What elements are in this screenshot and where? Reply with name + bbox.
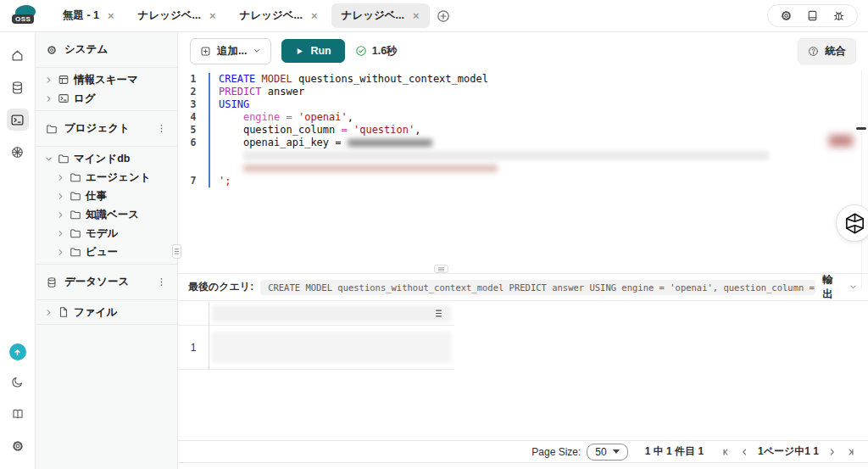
- settings-icon[interactable]: [780, 9, 793, 22]
- book-icon[interactable]: [806, 9, 819, 22]
- line-number: [178, 162, 209, 175]
- integrations-button[interactable]: 統合: [798, 38, 856, 64]
- editor-line: 2PREDICT answer: [178, 86, 868, 98]
- sidebar-header-label: システム: [64, 42, 108, 57]
- sidebar-item[interactable]: ログ: [36, 89, 177, 108]
- chevron-right-icon[interactable]: [56, 248, 65, 257]
- tab-active[interactable]: ナレッジベ... ×: [331, 3, 430, 28]
- editor-terminal-icon[interactable]: [7, 109, 29, 131]
- sidebar-item[interactable]: 知識ベース: [36, 205, 177, 224]
- sidebar-section: マインドdb エージェント 仕事 知識ベース: [36, 147, 177, 265]
- chevron-right-icon[interactable]: [44, 308, 53, 317]
- sidebar-item[interactable]: モデル: [36, 224, 177, 243]
- sidebar-item[interactable]: エージェント: [36, 168, 177, 187]
- chevron-right-icon[interactable]: [56, 192, 65, 201]
- sidebar-section: ファイル: [36, 300, 177, 325]
- tab-close-icon[interactable]: ×: [209, 10, 216, 21]
- sidebar-header[interactable]: プロジェクト: [36, 114, 177, 143]
- next-page-icon[interactable]: [827, 447, 837, 457]
- page-indicator-text: 1ページ中1 1: [758, 444, 819, 459]
- bug-icon[interactable]: [832, 9, 845, 22]
- last-page-icon[interactable]: [846, 447, 856, 457]
- sidebar-section: プロジェクト: [36, 111, 177, 147]
- home-icon[interactable]: [7, 44, 29, 66]
- chevron-right-icon[interactable]: [56, 210, 65, 220]
- sidebar-header[interactable]: システム: [36, 35, 177, 64]
- docs-book-open-icon[interactable]: [7, 403, 29, 425]
- sphere-icon[interactable]: [7, 141, 29, 163]
- tab-close-icon[interactable]: ×: [311, 10, 318, 21]
- tab[interactable]: ナレッジベ... ×: [128, 3, 226, 28]
- sidebar-item[interactable]: 情報スキーマ: [36, 70, 177, 89]
- upgrade-icon[interactable]: [9, 343, 26, 360]
- results-panel: 1: [178, 301, 868, 440]
- line-number: 3: [178, 98, 209, 111]
- code-text: openai_api_key =: [209, 137, 868, 149]
- chevron-down-icon[interactable]: [44, 154, 53, 164]
- editor-line: 5 question_column = 'question',: [178, 124, 868, 137]
- tab-close-icon[interactable]: ×: [108, 10, 114, 21]
- chevron-right-icon[interactable]: [44, 94, 53, 103]
- kebab-icon[interactable]: [156, 123, 167, 134]
- logo-oss-badge: OSS: [12, 14, 34, 24]
- line-number: 2: [178, 86, 209, 98]
- tab-strip: 無題 - 1 × ナレッジベ... × ナレッジベ... × ナレッジベ... …: [53, 3, 430, 28]
- sql-editor[interactable]: 1CREATE MODEL questions_without_context_…: [178, 70, 868, 187]
- results-header-row[interactable]: [178, 303, 454, 326]
- folder-icon: [70, 227, 81, 239]
- add-dropdown-button[interactable]: 追加...: [190, 38, 271, 64]
- column-grip-icon[interactable]: [435, 309, 442, 318]
- code-text: [209, 162, 868, 175]
- export-dropdown[interactable]: 輸出: [822, 273, 858, 302]
- editor-scrollbar-track[interactable]: [861, 70, 862, 289]
- editor-line: [178, 162, 868, 175]
- gear-icon: [46, 44, 58, 56]
- page-size-label: Page Size:: [531, 446, 581, 458]
- tab-close-icon[interactable]: ×: [413, 10, 420, 21]
- row-number: 1: [178, 326, 209, 369]
- line-number: 6: [178, 137, 209, 149]
- redacted-token: [348, 139, 432, 147]
- tab[interactable]: 無題 - 1 ×: [53, 3, 125, 28]
- sidebar-item-label: 仕事: [86, 189, 107, 203]
- first-page-icon[interactable]: [721, 447, 731, 457]
- rail-settings-icon[interactable]: [7, 435, 29, 457]
- sidebar-section: システム: [36, 32, 177, 68]
- folder-icon: [46, 123, 58, 135]
- sidebar-item[interactable]: 仕事: [36, 187, 177, 205]
- editor-scrollbar-thumb[interactable]: [856, 127, 866, 130]
- tab-label: ナレッジベ...: [342, 8, 404, 23]
- play-icon: [295, 47, 304, 56]
- plus-square-icon: [200, 46, 211, 57]
- prev-page-icon[interactable]: [739, 447, 749, 457]
- sidebar-header[interactable]: データソース: [36, 267, 177, 297]
- new-tab-icon[interactable]: [437, 9, 450, 23]
- sidebar: システム 情報スキーマ ログ プロジェクト: [36, 32, 178, 469]
- tab-label: ナレッジベ...: [240, 8, 303, 23]
- app-logo[interactable]: OSS: [10, 4, 39, 28]
- chevron-right-icon[interactable]: [56, 173, 65, 182]
- run-button[interactable]: Run: [281, 39, 344, 63]
- folder-icon: [70, 209, 81, 221]
- sidebar-item[interactable]: ビュー: [36, 243, 177, 261]
- sidebar-item[interactable]: マインドdb: [36, 149, 177, 168]
- dark-mode-moon-icon[interactable]: [7, 371, 29, 393]
- code-text: PREDICT answer: [209, 86, 868, 98]
- tab[interactable]: ナレッジベ... ×: [230, 3, 328, 28]
- redacted-column-header: [212, 305, 451, 322]
- kebab-icon[interactable]: [156, 276, 167, 288]
- redacted-token: [243, 165, 498, 172]
- page-size-select[interactable]: 50: [587, 444, 627, 461]
- sidebar-resize-grip[interactable]: [172, 244, 181, 259]
- export-label: 輸出: [822, 273, 843, 302]
- chevron-right-icon[interactable]: [44, 75, 53, 85]
- sidebar-header-label: データソース: [64, 275, 129, 289]
- chevron-right-icon[interactable]: [56, 229, 65, 238]
- table-row[interactable]: 1: [178, 326, 454, 370]
- panel-splitter-grip[interactable]: [434, 265, 448, 273]
- sidebar-item[interactable]: ファイル: [36, 303, 177, 321]
- topbar: OSS 無題 - 1 × ナレッジベ... × ナレッジベ... × ナレッジベ…: [0, 0, 868, 32]
- folder-icon: [70, 246, 81, 258]
- database-icon[interactable]: [7, 76, 29, 98]
- mindsdb-logo-button[interactable]: [836, 204, 868, 242]
